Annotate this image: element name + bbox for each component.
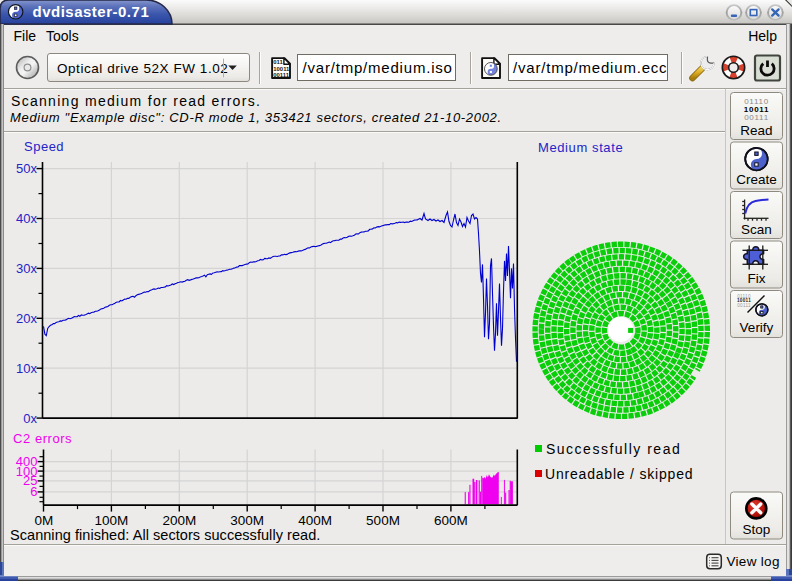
svg-text:Medium state: Medium state <box>538 140 623 155</box>
svg-text:6: 6 <box>30 484 37 499</box>
svg-text:Verify: Verify <box>740 320 774 335</box>
svg-text:C2 errors: C2 errors <box>13 431 72 446</box>
svg-text:00111: 00111 <box>744 113 769 122</box>
svg-text:500M: 500M <box>366 513 400 528</box>
svg-text:Optical drive 52X FW 1.02: Optical drive 52X FW 1.02 <box>57 61 228 76</box>
svg-text:Speed: Speed <box>24 139 64 154</box>
svg-text:0x: 0x <box>23 411 37 426</box>
svg-text:00111: 00111 <box>737 303 751 308</box>
svg-text:Fix: Fix <box>748 271 766 286</box>
svg-text:/var/tmp/medium.iso: /var/tmp/medium.iso <box>303 59 453 76</box>
svg-text:Read: Read <box>740 123 772 138</box>
svg-text:40x: 40x <box>16 211 37 226</box>
svg-text:20x: 20x <box>16 311 37 326</box>
svg-text:10x: 10x <box>16 361 37 376</box>
svg-text:600M: 600M <box>434 513 468 528</box>
svg-text:View log: View log <box>727 554 780 569</box>
svg-text:Stop: Stop <box>743 522 771 537</box>
svg-text:00111: 00111 <box>273 72 289 78</box>
svg-text:10011: 10011 <box>273 66 290 72</box>
svg-text:50x: 50x <box>16 161 37 176</box>
svg-text:Scan: Scan <box>741 222 772 237</box>
svg-text:Create: Create <box>736 172 777 187</box>
svg-text:/var/tmp/medium.ecc: /var/tmp/medium.ecc <box>513 59 667 76</box>
svg-text:011: 011 <box>273 59 283 65</box>
svg-text:30x: 30x <box>16 261 37 276</box>
svg-text:dvdisaster-0.71: dvdisaster-0.71 <box>33 3 150 20</box>
